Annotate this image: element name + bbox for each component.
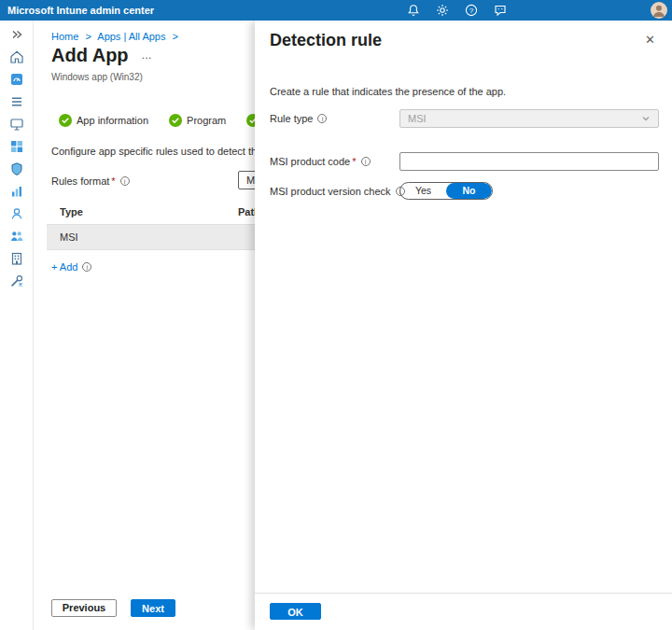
check-icon bbox=[169, 114, 182, 127]
breadcrumb-separator: > bbox=[85, 31, 91, 42]
info-icon[interactable]: i bbox=[317, 114, 327, 123]
panel-description: Create a rule that indicates the presenc… bbox=[270, 86, 506, 97]
product-code-input[interactable] bbox=[399, 152, 659, 171]
rules-format-label-text: Rules format bbox=[51, 175, 109, 187]
info-icon[interactable]: i bbox=[82, 262, 91, 272]
page-title-text: Add App bbox=[51, 45, 129, 65]
rule-type-label: Rule typei bbox=[270, 113, 327, 124]
breadcrumb-separator: > bbox=[173, 31, 178, 42]
troubleshooting-icon[interactable] bbox=[9, 273, 24, 288]
close-icon[interactable]: ✕ bbox=[645, 33, 655, 47]
add-rule-link[interactable]: + Addi bbox=[51, 261, 91, 273]
rule-type-label-text: Rule type bbox=[270, 113, 313, 124]
page-title: Add App... bbox=[51, 45, 151, 66]
breadcrumb: Home > Apps | All Apps > bbox=[51, 31, 182, 42]
panel-title: Detection rule bbox=[270, 31, 382, 50]
toggle-yes-option[interactable]: Yes bbox=[400, 183, 446, 199]
wizard-steps: App information Program bbox=[59, 114, 264, 127]
rules-format-label: Rules format*i bbox=[51, 175, 130, 187]
info-icon[interactable]: i bbox=[120, 176, 130, 186]
version-check-label-text: MSI product version check bbox=[270, 186, 391, 197]
endpoint-security-icon[interactable] bbox=[9, 161, 24, 176]
home-icon[interactable] bbox=[9, 49, 24, 64]
help-icon[interactable]: ? bbox=[465, 4, 478, 17]
rules-description: Configure app specific rules used to det… bbox=[51, 146, 271, 157]
product-code-label-text: MSI product code bbox=[270, 156, 350, 167]
version-check-label: MSI product version checki bbox=[270, 186, 405, 197]
next-button[interactable]: Next bbox=[131, 599, 175, 617]
step-label: App information bbox=[77, 115, 148, 126]
step-program[interactable]: Program bbox=[169, 114, 226, 127]
table-cell-type: MSI bbox=[60, 225, 78, 249]
detection-rule-panel: Detection rule ✕ Create a rule that indi… bbox=[255, 21, 672, 630]
required-asterisk: * bbox=[111, 175, 115, 187]
rule-type-select: MSI bbox=[399, 109, 659, 128]
devices-icon[interactable] bbox=[9, 117, 24, 132]
page-subtitle: Windows app (Win32) bbox=[51, 72, 143, 82]
all-services-icon[interactable] bbox=[9, 94, 24, 109]
breadcrumb-apps-link[interactable]: Apps | All Apps bbox=[97, 31, 165, 42]
account-avatar[interactable] bbox=[651, 2, 667, 19]
breadcrumb-home-link[interactable]: Home bbox=[51, 31, 78, 42]
version-check-toggle[interactable]: Yes No bbox=[399, 182, 493, 200]
groups-icon[interactable] bbox=[9, 229, 24, 244]
step-label: Program bbox=[187, 115, 226, 126]
reports-icon[interactable] bbox=[9, 184, 24, 199]
ok-button[interactable]: OK bbox=[270, 603, 321, 620]
check-icon bbox=[59, 114, 72, 127]
svg-text:?: ? bbox=[469, 7, 474, 15]
product-code-label: MSI product code*i bbox=[270, 156, 371, 167]
app-title: Microsoft Intune admin center bbox=[7, 5, 154, 16]
users-icon[interactable] bbox=[9, 206, 24, 221]
collapse-chevron-icon[interactable] bbox=[9, 27, 24, 42]
gear-icon[interactable] bbox=[436, 4, 449, 17]
bell-icon[interactable] bbox=[407, 4, 420, 17]
required-asterisk: * bbox=[352, 156, 356, 167]
dashboard-icon[interactable] bbox=[9, 72, 24, 87]
nav-rail bbox=[0, 21, 34, 630]
step-app-information[interactable]: App information bbox=[59, 114, 148, 127]
top-bar: Microsoft Intune admin center ? bbox=[0, 0, 672, 21]
apps-icon[interactable] bbox=[9, 139, 24, 154]
info-icon[interactable]: i bbox=[361, 157, 371, 166]
panel-footer-divider bbox=[255, 593, 672, 594]
add-rule-link-text: + Add bbox=[51, 261, 77, 273]
feedback-icon[interactable] bbox=[494, 4, 507, 17]
chevron-down-icon bbox=[641, 114, 651, 123]
column-header-type: Type bbox=[60, 206, 83, 217]
toggle-no-option[interactable]: No bbox=[446, 183, 492, 199]
topbar-icon-group: ? bbox=[407, 0, 507, 21]
previous-button[interactable]: Previous bbox=[51, 599, 117, 617]
tenant-admin-icon[interactable] bbox=[9, 251, 24, 266]
context-menu-button[interactable]: ... bbox=[142, 48, 152, 62]
rule-type-value: MSI bbox=[408, 113, 427, 124]
